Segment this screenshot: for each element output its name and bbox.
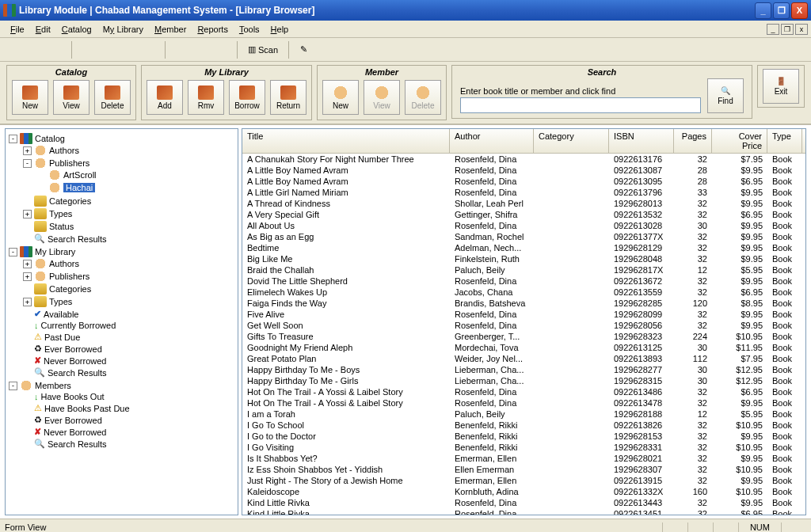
- table-row[interactable]: As Big as an EggSandman, Rochel092261377…: [242, 231, 805, 242]
- menu-help[interactable]: Help: [265, 23, 295, 36]
- menu-edit[interactable]: Edit: [30, 23, 56, 36]
- tree-ml-available[interactable]: ✔Available: [23, 309, 236, 319]
- tree-status[interactable]: Status: [23, 221, 236, 232]
- tree-mem-ever[interactable]: ♻Ever Borrowed: [23, 415, 236, 425]
- expand-icon[interactable]: +: [23, 210, 32, 218]
- collapse-icon[interactable]: -: [9, 248, 17, 256]
- menu-reports[interactable]: Reports: [192, 23, 234, 36]
- menu-mylibrary[interactable]: My Library: [97, 23, 149, 36]
- tree-authors[interactable]: +Authors: [23, 145, 236, 156]
- member-new-button[interactable]: New: [322, 80, 359, 115]
- table-row[interactable]: I Go To SchoolBenenfeld, Rikki0922613826…: [242, 420, 805, 431]
- table-row[interactable]: Goodnight My Friend AlephMordechai, Tova…: [242, 342, 805, 353]
- tree-ml-search[interactable]: 🔍Search Results: [23, 367, 236, 378]
- member-delete-button[interactable]: Delete: [405, 80, 441, 115]
- tree-ml-never[interactable]: ✘Never Borrowed: [23, 355, 236, 366]
- col-category[interactable]: Category: [534, 129, 609, 153]
- menu-tools[interactable]: Tools: [234, 23, 265, 36]
- tree-members[interactable]: -Members: [9, 380, 236, 391]
- tree-categories[interactable]: Categories: [23, 196, 236, 207]
- expand-icon[interactable]: +: [23, 298, 32, 306]
- table-row[interactable]: I am a TorahPaluch, Beily192962818812$5.…: [242, 408, 805, 420]
- table-row[interactable]: Kind Little RivkaRosenfeld, Dina09226134…: [242, 508, 805, 515]
- table-row[interactable]: Dovid The Little ShepherdRosenfeld, Dina…: [242, 276, 805, 287]
- menu-file[interactable]: File: [5, 23, 30, 36]
- table-row[interactable]: All About UsRosenfeld, Dina092261302830$…: [242, 220, 805, 231]
- table-row[interactable]: Just Right - The Story of a Jewish HomeE…: [242, 475, 805, 486]
- member-view-button[interactable]: View: [364, 80, 400, 115]
- table-row[interactable]: I Go VisitingBenenfeld, Rikki19296283313…: [242, 442, 805, 453]
- maximize-button[interactable]: ❐: [773, 2, 790, 19]
- col-isbn[interactable]: ISBN: [609, 129, 674, 153]
- table-row[interactable]: Hot On The Trail - A Yossi & Laibel Stor…: [242, 386, 805, 397]
- tree-mem-search[interactable]: 🔍Search Results: [23, 439, 236, 449]
- exit-button[interactable]: 🚪Exit: [763, 69, 799, 104]
- table-row[interactable]: Great Potato PlanWeider, Joy Nel...09226…: [242, 353, 805, 364]
- table-row[interactable]: I Go to the DoctorBenenfeld, Rikki192962…: [242, 431, 805, 442]
- mdi-minimize[interactable]: _: [767, 24, 779, 35]
- table-row[interactable]: Happy Birthday To Me - BoysLieberman, Ch…: [242, 364, 805, 375]
- expand-icon[interactable]: +: [23, 272, 32, 281]
- table-row[interactable]: Braid the ChallahPaluch, Beily192962817X…: [242, 264, 805, 276]
- table-row[interactable]: BedtimeAdelman, Nech...192962812932$9.95…: [242, 242, 805, 253]
- col-pages[interactable]: Pages: [674, 129, 712, 153]
- table-row[interactable]: A Very Special GiftGettinger, Shifra0922…: [242, 209, 805, 220]
- table-row[interactable]: Kind Little RivkaRosenfeld, Dina09226134…: [242, 497, 805, 508]
- tree-ml-types[interactable]: +Types: [23, 296, 236, 307]
- expand-icon[interactable]: +: [23, 146, 32, 155]
- collapse-icon[interactable]: -: [23, 159, 32, 168]
- tree-hachai[interactable]: Hachai: [37, 182, 236, 193]
- toolbutton-10[interactable]: [213, 40, 232, 59]
- table-row[interactable]: Get Well SoonRosenfeld, Dina192962805632…: [242, 320, 805, 331]
- find-button[interactable]: 🔍Find: [707, 78, 744, 113]
- tree-types[interactable]: +Types: [23, 208, 236, 219]
- mdi-close[interactable]: x: [795, 24, 808, 35]
- expand-icon[interactable]: +: [23, 260, 32, 268]
- tree-ml-borrowed[interactable]: ↓Currently Borrowed: [23, 321, 236, 330]
- tree-mem-havepast[interactable]: ⚠Have Books Past Due: [23, 403, 236, 413]
- mylib-borrow-button[interactable]: Borrow: [229, 80, 265, 115]
- table-row[interactable]: Big Like MeFinkelstein, Ruth192962804832…: [242, 253, 805, 264]
- mylib-rmv-button[interactable]: Rmv: [188, 80, 224, 115]
- tree-artscroll[interactable]: ArtScroll: [37, 169, 236, 180]
- mdi-restore[interactable]: ❐: [781, 24, 794, 35]
- tree-mem-never[interactable]: ✘Never Borrowed: [23, 427, 236, 437]
- menu-member[interactable]: Member: [149, 23, 192, 36]
- tree-ml-ever[interactable]: ♻Ever Borrowed: [23, 344, 236, 354]
- grid[interactable]: Title Author Category ISBN Pages Cover P…: [242, 128, 806, 515]
- collapse-icon[interactable]: -: [9, 135, 17, 143]
- tree-ml-pastdue[interactable]: ⚠Past Due: [23, 332, 236, 342]
- table-row[interactable]: Five AliveRosenfeld, Dina192962809932$9.…: [242, 309, 805, 320]
- tree-ml-authors[interactable]: +Authors: [23, 258, 236, 269]
- table-row[interactable]: Faiga Finds the WayBrandis, Batsheva1929…: [242, 298, 805, 309]
- toolbutton-6[interactable]: [120, 40, 139, 59]
- table-row[interactable]: A Little Boy Named AvramRosenfeld, Dina0…: [242, 165, 805, 176]
- catalog-view-button[interactable]: View: [53, 80, 89, 115]
- tree-publishers[interactable]: -Publishers: [23, 158, 236, 169]
- table-row[interactable]: A Little Boy Named AvramRosenfeld, Dina0…: [242, 176, 805, 187]
- toolbutton-2[interactable]: [26, 40, 45, 59]
- tree-mem-haveout[interactable]: ↓Have Books Out: [23, 392, 236, 401]
- col-type[interactable]: Type: [767, 129, 802, 153]
- tree-catalog[interactable]: -Catalog: [9, 133, 236, 144]
- menu-catalog[interactable]: Catalog: [56, 23, 97, 36]
- table-row[interactable]: A Thread of KindnessShollar, Leah Perl19…: [242, 198, 805, 209]
- catalog-new-button[interactable]: New: [12, 80, 48, 115]
- scan-button[interactable]: ▥Scan: [242, 42, 284, 57]
- toolbutton-9[interactable]: [192, 40, 211, 59]
- table-row[interactable]: Elimelech Wakes UpJacobs, Chana092261355…: [242, 287, 805, 298]
- mylib-add-button[interactable]: Add: [147, 80, 183, 115]
- mylib-return-button[interactable]: Return: [270, 80, 307, 115]
- table-row[interactable]: Iz Ess Shoin Shabbos Yet - YiddishEllen …: [242, 464, 805, 475]
- table-row[interactable]: Happy Birthday To Me - GirlsLieberman, C…: [242, 375, 805, 386]
- toolbutton-3[interactable]: [48, 40, 67, 59]
- table-row[interactable]: Gifts To TreasureGreenberger, T...192962…: [242, 331, 805, 342]
- toolbutton-5[interactable]: [98, 40, 117, 59]
- search-input[interactable]: [460, 97, 701, 113]
- col-price[interactable]: Cover Price: [712, 129, 767, 153]
- collapse-icon[interactable]: -: [9, 382, 17, 390]
- toolbutton-8[interactable]: [170, 40, 189, 59]
- table-row[interactable]: KaleidoscopeKornbluth, Adina092261332X16…: [242, 486, 805, 497]
- close-button[interactable]: X: [791, 2, 808, 19]
- toolbutton-11[interactable]: ✎: [294, 40, 313, 59]
